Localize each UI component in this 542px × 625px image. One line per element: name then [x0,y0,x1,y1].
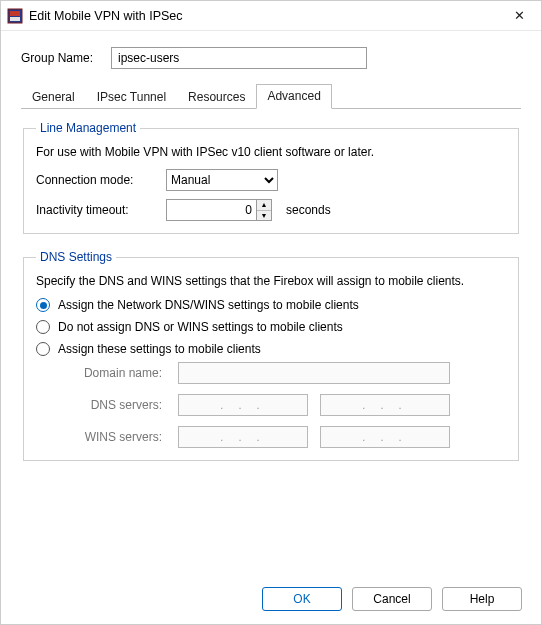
window-title: Edit Mobile VPN with IPSec [29,9,505,23]
line-management-text: For use with Mobile VPN with IPSec v10 c… [36,145,506,159]
tab-page-advanced: Line Management For use with Mobile VPN … [21,109,521,479]
dns-settings-group: DNS Settings Specify the DNS and WINS se… [23,250,519,461]
dns-option-do-not-assign[interactable]: Do not assign DNS or WINS settings to mo… [36,320,506,334]
spinner-down-icon[interactable]: ▼ [257,211,271,221]
svg-rect-3 [10,17,20,21]
wins-server-2-input: . . . [320,426,450,448]
group-name-input[interactable] [111,47,367,69]
inactivity-timeout-label: Inactivity timeout: [36,203,166,217]
line-management-legend: Line Management [36,121,140,135]
close-button[interactable]: ✕ [505,4,533,28]
group-name-label: Group Name: [21,51,111,65]
svg-rect-2 [10,11,20,16]
domain-name-input [178,362,450,384]
tab-general[interactable]: General [21,85,86,109]
dns-option-assign-network[interactable]: Assign the Network DNS/WINS settings to … [36,298,506,312]
connection-mode-select[interactable]: Manual [166,169,278,191]
group-name-row: Group Name: [21,47,521,69]
dns-server-1-input: . . . [178,394,308,416]
radio-icon [36,342,50,356]
dns-option-label: Assign the Network DNS/WINS settings to … [58,298,359,312]
dns-settings-legend: DNS Settings [36,250,116,264]
connection-mode-row: Connection mode: Manual [36,169,506,191]
spinner-up-icon[interactable]: ▲ [257,200,271,211]
dns-sub-settings: Domain name: DNS servers: . . . . . . WI… [56,362,506,448]
ok-button[interactable]: OK [262,587,342,611]
radio-icon [36,298,50,312]
wins-servers-label: WINS servers: [56,430,166,444]
dialog-body: Group Name: General IPsec Tunnel Resourc… [1,31,541,493]
titlebar: Edit Mobile VPN with IPSec ✕ [1,1,541,31]
inactivity-timeout-input[interactable] [166,199,256,221]
dialog-footer: OK Cancel Help [0,587,542,611]
wins-server-1-input: . . . [178,426,308,448]
tab-bar: General IPsec Tunnel Resources Advanced [21,83,521,109]
dns-settings-text: Specify the DNS and WINS settings that t… [36,274,506,288]
cancel-button[interactable]: Cancel [352,587,432,611]
app-icon [7,8,23,24]
tab-resources[interactable]: Resources [177,85,256,109]
domain-name-label: Domain name: [56,366,166,380]
inactivity-timeout-spinner: ▲ ▼ [166,199,272,221]
dns-servers-label: DNS servers: [56,398,166,412]
dns-option-label: Do not assign DNS or WINS settings to mo… [58,320,343,334]
dns-option-assign-these[interactable]: Assign these settings to mobile clients [36,342,506,356]
tab-advanced[interactable]: Advanced [256,84,331,109]
inactivity-timeout-row: Inactivity timeout: ▲ ▼ seconds [36,199,506,221]
tab-ipsec-tunnel[interactable]: IPsec Tunnel [86,85,177,109]
dns-option-label: Assign these settings to mobile clients [58,342,261,356]
radio-icon [36,320,50,334]
line-management-group: Line Management For use with Mobile VPN … [23,121,519,234]
connection-mode-label: Connection mode: [36,173,166,187]
inactivity-timeout-unit: seconds [286,203,331,217]
dns-server-2-input: . . . [320,394,450,416]
help-button[interactable]: Help [442,587,522,611]
